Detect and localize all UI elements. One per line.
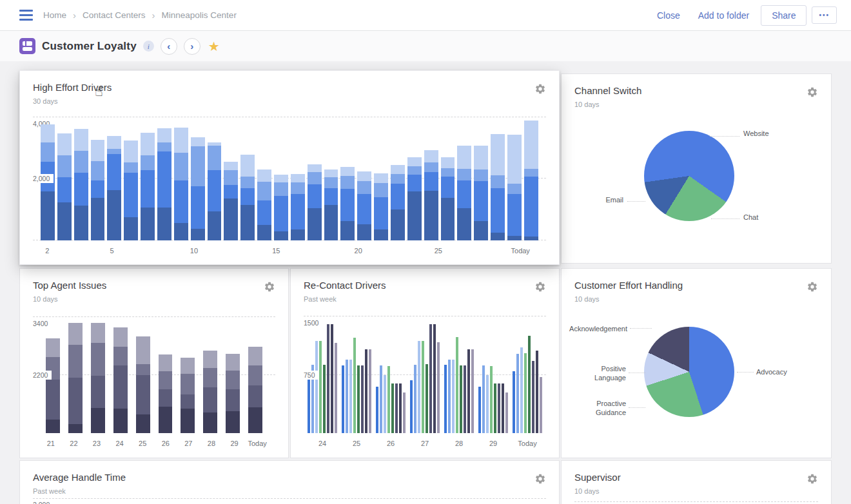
bar[interactable]	[391, 165, 405, 240]
bar[interactable]	[157, 128, 171, 240]
prev-dashboard-button[interactable]: ‹	[161, 38, 177, 55]
bar[interactable]	[248, 347, 262, 433]
bar-series	[41, 114, 538, 240]
leader-line	[710, 136, 739, 137]
bar[interactable]	[181, 358, 195, 433]
card-channel-switch[interactable]: Channel Switch 10 days WebsiteEmailChat	[561, 73, 832, 264]
bar[interactable]	[226, 354, 240, 433]
bar[interactable]	[68, 323, 83, 433]
x-axis: 212223242526272829Today	[33, 437, 275, 450]
bar[interactable]	[74, 129, 88, 240]
bar-group[interactable]	[513, 336, 542, 433]
bar[interactable]	[308, 164, 322, 240]
x-tick-label: 2	[45, 247, 49, 255]
chart-re-contact-drivers: 1500750242526272829Today	[304, 312, 546, 450]
share-button[interactable]: Share	[761, 5, 807, 26]
breadcrumb-item-contact-centers[interactable]: Contact Centers	[83, 10, 146, 20]
add-to-folder-button[interactable]: Add to folder	[692, 6, 756, 24]
bar[interactable]	[224, 162, 238, 240]
card-subtitle: Past week	[304, 295, 386, 303]
bar[interactable]	[191, 137, 205, 240]
bar[interactable]	[407, 157, 422, 240]
breadcrumb-item-minneapolis-center[interactable]: Minneapolis Center	[162, 10, 237, 20]
bar[interactable]	[357, 171, 371, 240]
x-tick-label: 15	[272, 247, 280, 255]
bar[interactable]	[474, 146, 488, 240]
bar-group[interactable]	[410, 324, 440, 433]
dashboard-icon	[19, 38, 35, 54]
bar-group[interactable]	[478, 365, 508, 433]
favorite-star-icon[interactable]: ★	[208, 40, 220, 53]
card-average-handle-time[interactable]: Average Handle Time Past week 2,000	[19, 460, 560, 504]
x-tick-label: 27	[410, 437, 440, 450]
pie-chart[interactable]	[644, 327, 734, 417]
bar[interactable]	[324, 170, 338, 240]
chart-average-handle-time: 2,000	[20, 461, 559, 504]
next-dashboard-button[interactable]: ›	[184, 38, 201, 55]
card-high-effort-drivers[interactable]: High Effort Drivers 30 days ☝ 4,0002,000…	[19, 70, 560, 265]
bar[interactable]	[91, 323, 105, 433]
bar[interactable]	[107, 136, 121, 240]
breadcrumb-item-home[interactable]: Home	[43, 10, 66, 20]
gridline	[574, 501, 818, 502]
close-button[interactable]: Close	[650, 6, 687, 24]
chart-top-agent-issues: 34002200212223242526272829Today	[33, 312, 275, 450]
x-tick-label: 20	[355, 247, 362, 255]
bar[interactable]	[291, 174, 305, 240]
bar[interactable]	[203, 351, 217, 433]
leader-line	[737, 372, 754, 373]
bar[interactable]	[491, 134, 505, 240]
card-supervisor[interactable]: Supervisor 10 days	[561, 460, 832, 504]
pie-slice-label: Acknowledgement	[563, 324, 627, 333]
bar-series	[46, 312, 262, 433]
card-title: Top Agent Issues	[33, 280, 106, 291]
settings-gear-icon[interactable]	[534, 281, 546, 293]
bar[interactable]	[141, 133, 155, 240]
pie-chart[interactable]	[644, 131, 734, 221]
pie-slice-label: PositiveLanguage	[574, 364, 626, 382]
bar[interactable]	[441, 157, 455, 240]
bar[interactable]	[136, 336, 150, 433]
bar[interactable]	[208, 142, 222, 240]
bar[interactable]	[240, 155, 255, 240]
card-customer-effort-handling[interactable]: Customer Effort Handling 10 days Acknowl…	[561, 268, 832, 458]
bar[interactable]	[257, 170, 271, 240]
plot-area: 1500750	[304, 312, 546, 433]
bar[interactable]	[46, 338, 60, 433]
bar[interactable]	[524, 121, 538, 240]
dashboard-grid: High Effort Drivers 30 days ☝ 4,0002,000…	[0, 61, 851, 504]
menu-icon[interactable]	[19, 10, 33, 21]
bar[interactable]	[124, 141, 138, 240]
y-axis-label: 2,000	[33, 174, 54, 183]
bar-group[interactable]	[342, 338, 371, 433]
card-top-agent-issues[interactable]: Top Agent Issues 10 days 340022002122232…	[19, 268, 289, 458]
x-tick-label: 28	[444, 437, 474, 450]
bar[interactable]	[159, 354, 173, 433]
bar[interactable]	[91, 140, 105, 240]
bar[interactable]	[424, 150, 438, 240]
x-tick-label: 25	[435, 247, 442, 255]
bar[interactable]	[113, 327, 128, 433]
bar[interactable]	[174, 128, 188, 240]
bar[interactable]	[374, 173, 388, 240]
card-title: High Effort Drivers	[33, 82, 112, 93]
page-title: Customer Loyalty	[42, 40, 137, 53]
settings-gear-icon[interactable]	[264, 281, 275, 293]
leader-line	[627, 201, 645, 202]
bar[interactable]	[340, 167, 355, 240]
bar[interactable]	[274, 175, 288, 240]
leader-line	[629, 407, 645, 408]
bar-group[interactable]	[444, 337, 474, 433]
more-options-button[interactable]: •••	[812, 6, 837, 24]
leader-line	[629, 373, 645, 373]
info-icon[interactable]: i	[143, 41, 154, 52]
breadcrumb: Home › Contact Centers › Minneapolis Cen…	[43, 10, 237, 21]
x-tick-label: Today	[511, 247, 530, 255]
card-re-contact-drivers[interactable]: Re-Contact Drivers Past week 15007502425…	[290, 268, 560, 458]
bar[interactable]	[57, 133, 72, 240]
settings-gear-icon[interactable]	[534, 83, 546, 95]
x-tick-label: 25	[131, 437, 154, 450]
bar[interactable]	[457, 146, 471, 240]
bar[interactable]	[507, 135, 522, 240]
bar-group[interactable]	[376, 365, 406, 433]
